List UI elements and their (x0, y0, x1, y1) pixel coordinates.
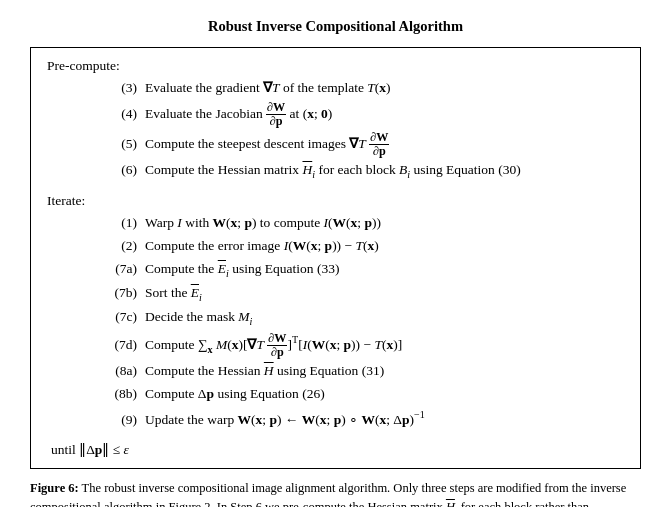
algorithm-box: Pre-compute: (3) Evaluate the gradient ∇… (30, 47, 641, 469)
step-content-7b: Sort the Ei (145, 283, 202, 305)
step-content-2: Compute the error image I(W(x; p)) − T(x… (145, 236, 379, 257)
step-content-9: Update the warp W(x; p) ← W(x; p) ∘ W(x;… (145, 407, 425, 430)
step-7d: (7d) Compute ∑x M(x)[∇T ∂W∂p]T[I(W(x; p)… (107, 332, 624, 360)
step-num-7c: (7c) (107, 307, 145, 328)
algorithm-title: Robust Inverse Compositional Algorithm (30, 18, 641, 35)
figure-caption: Figure 6: The robust inverse composition… (30, 479, 641, 507)
step-num-2: (2) (107, 236, 145, 257)
algorithm-container: Robust Inverse Compositional Algorithm P… (30, 18, 641, 507)
step-7b: (7b) Sort the Ei (107, 283, 624, 305)
step-num-7a: (7a) (107, 259, 145, 280)
step-num-7b: (7b) (107, 283, 145, 304)
step-num-5: (5) (107, 134, 145, 155)
step-num-1: (1) (107, 213, 145, 234)
step-num-6: (6) (107, 160, 145, 181)
step-content-7a: Compute the Ei using Equation (33) (145, 259, 339, 281)
step-num-3: (3) (107, 78, 145, 99)
step-1: (1) Warp I with W(x; p) to compute I(W(x… (107, 213, 624, 234)
step-content-1: Warp I with W(x; p) to compute I(W(x; p)… (145, 213, 381, 234)
step-num-8a: (8a) (107, 361, 145, 382)
step-7a: (7a) Compute the Ei using Equation (33) (107, 259, 624, 281)
step-content-5: Compute the steepest descent images ∇T ∂… (145, 131, 389, 159)
step-num-7d: (7d) (107, 335, 145, 356)
until-condition: until ‖Δp‖ ≤ ε (51, 441, 624, 458)
step-3: (3) Evaluate the gradient ∇T of the temp… (107, 78, 624, 99)
step-num-4: (4) (107, 104, 145, 125)
step-2: (2) Compute the error image I(W(x; p)) −… (107, 236, 624, 257)
precompute-steps: (3) Evaluate the gradient ∇T of the temp… (107, 78, 624, 183)
iterate-label: Iterate: (47, 193, 624, 209)
step-8a: (8a) Compute the Hessian H using Equatio… (107, 361, 624, 382)
step-5: (5) Compute the steepest descent images … (107, 131, 624, 159)
step-4: (4) Evaluate the Jacobian ∂W∂p at (x; 0) (107, 101, 624, 129)
step-content-7c: Decide the mask Mi (145, 307, 252, 329)
caption-label: Figure 6: (30, 481, 79, 495)
step-content-6: Compute the Hessian matrix Hi for each b… (145, 160, 521, 182)
step-num-9: (9) (107, 410, 145, 431)
step-num-8b: (8b) (107, 384, 145, 405)
step-content-7d: Compute ∑x M(x)[∇T ∂W∂p]T[I(W(x; p)) − T… (145, 332, 402, 360)
step-content-3: Evaluate the gradient ∇T of the template… (145, 78, 391, 99)
step-8b: (8b) Compute Δp using Equation (26) (107, 384, 624, 405)
iterate-steps: (1) Warp I with W(x; p) to compute I(W(x… (107, 213, 624, 431)
step-content-8a: Compute the Hessian H using Equation (31… (145, 361, 384, 382)
step-content-4: Evaluate the Jacobian ∂W∂p at (x; 0) (145, 101, 332, 129)
step-9: (9) Update the warp W(x; p) ← W(x; p) ∘ … (107, 407, 624, 430)
step-6: (6) Compute the Hessian matrix Hi for ea… (107, 160, 624, 182)
step-content-8b: Compute Δp using Equation (26) (145, 384, 325, 405)
precompute-label: Pre-compute: (47, 58, 624, 74)
step-7c: (7c) Decide the mask Mi (107, 307, 624, 329)
